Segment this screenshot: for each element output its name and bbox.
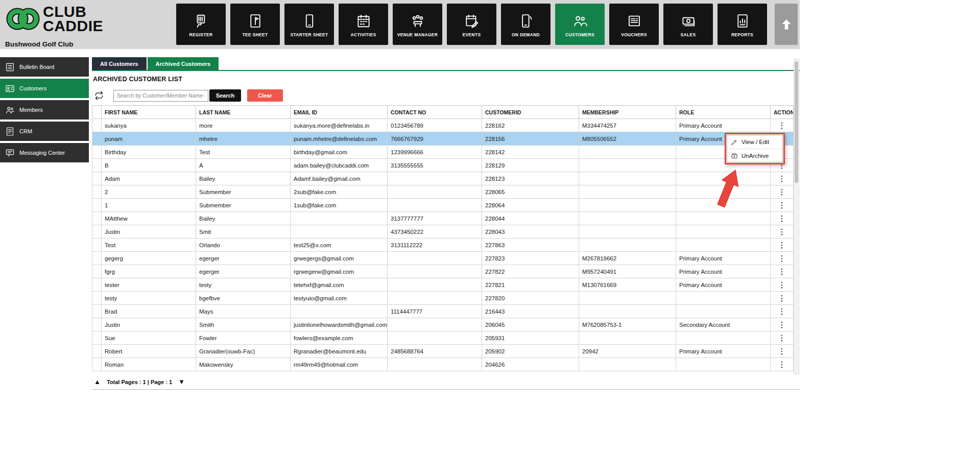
row-spacer-cell [92,292,102,305]
row-actions-kebab-icon[interactable]: ⋮ [771,292,794,305]
register-icon [194,12,209,30]
nav-label: ON DEMAND [512,32,540,37]
table-row[interactable]: BradMays1114447777216443⋮ [92,305,794,318]
column-header-action: ACTION [771,106,794,119]
cell-email: test25@x.com [291,239,388,252]
cell-email: justinlionelhowardsmith@gmail.com [291,318,388,331]
cell-last-name: Mays [196,305,291,318]
row-actions-kebab-icon[interactable]: ⋮ [771,252,794,265]
reports-icon [735,12,750,30]
search-input[interactable] [113,90,208,102]
table-scrollbar[interactable] [794,59,799,374]
nav-button-sales[interactable]: SALES [663,4,713,45]
cell-contact-no: 1239996666 [388,146,482,159]
table-row[interactable]: 2Submember2sub@fake.com228065⋮ [92,185,794,199]
nav-button-reports[interactable]: REPORTS [718,4,767,45]
table-row[interactable]: BirthdayTestbirthday@gmail.com1239996666… [92,146,794,159]
tab-archived-customers[interactable]: Archived Customers [148,57,219,70]
table-row[interactable]: BAadam.bailey@clubcaddi.com3135555555228… [92,159,794,172]
cell-membership [579,331,676,345]
cell-membership: M334474257 [579,119,676,132]
row-actions-kebab-icon[interactable]: ⋮ [771,239,794,252]
nav-button-on-demand[interactable]: ON DEMAND [501,4,551,45]
table-row[interactable]: 1Submember1sub@fake.com228064⋮ [92,199,794,212]
row-actions-kebab-icon[interactable]: ⋮ [771,119,794,132]
nav-button-venue-manager[interactable]: VENUE MANAGER [393,4,442,45]
cell-first-name: fgrg [102,265,196,278]
search-button[interactable]: Search [209,89,241,102]
row-actions-kebab-icon[interactable]: ⋮ [771,305,794,318]
refresh-icon [94,90,104,101]
table-row[interactable]: JustinSmit4373450222228043⋮ [92,225,794,239]
clear-button[interactable]: Clear [247,89,283,102]
table-row[interactable]: AdamBaileyAdamf.bailey@gmail.com228123⋮ [92,172,794,185]
page-down-button[interactable]: ▼ [178,378,185,386]
search-toolbar: Search Clear [93,89,283,102]
row-actions-kebab-icon[interactable]: ⋮ [771,331,794,345]
table-row[interactable]: fgrgegergerrgrwegerw@gmail.com227822M957… [92,265,794,278]
tab-all-customers[interactable]: All Customers [92,57,147,70]
table-row[interactable]: SueFowlerfowlers@example.com205931⋮ [92,331,794,345]
context-menu-item-view-edit[interactable]: View / Edit [727,135,782,149]
sidebar-item-messaging-center[interactable]: Messaging Center [0,143,89,162]
table-row[interactable]: testertestytetehxf@gmail.com227821M13076… [92,278,794,292]
table-row[interactable]: JustinSmithjustinlionelhowardsmith@gmail… [92,318,794,331]
row-actions-kebab-icon[interactable]: ⋮ [771,199,794,212]
cell-email: grwegergs@gmail.com [291,252,388,265]
sales-icon [681,12,696,30]
row-actions-kebab-icon[interactable]: ⋮ [771,318,794,331]
scrollbar-thumb[interactable] [795,61,798,183]
row-context-menu: View / EditUnArchive [727,135,783,162]
cell-first-name: MAtthew [102,212,196,225]
table-row[interactable]: TestOrlandotest25@x.com3131112222227863⋮ [92,239,794,252]
nav-button-activities[interactable]: ACTIVITIES [339,4,388,45]
cell-membership: 20942 [579,345,676,358]
column-header-last-name: LAST NAME [196,106,291,119]
nav-button-customers[interactable]: CUSTOMERS [555,4,605,45]
row-actions-kebab-icon[interactable]: ⋮ [771,185,794,199]
nav-button-vouchers[interactable]: VOUCHERS [609,4,659,45]
cell-first-name: 1 [102,199,196,212]
cell-role [676,239,771,252]
row-spacer-cell [92,278,102,292]
crm-icon [5,127,15,136]
page-up-button[interactable]: ▲ [94,378,101,386]
row-actions-kebab-icon[interactable]: ⋮ [771,345,794,358]
row-actions-kebab-icon[interactable]: ⋮ [771,265,794,278]
cell-last-name: Bailey [196,212,291,225]
row-actions-kebab-icon[interactable]: ⋮ [771,212,794,225]
context-menu-item-unarchive[interactable]: UnArchive [727,149,782,162]
cell-email: 2sub@fake.com [291,185,388,199]
club-name: Bushwood Golf Club [5,40,73,48]
sidebar-item-members[interactable]: Members [0,100,89,120]
nav-button-tee-sheet[interactable]: TEE SHEET [230,4,280,45]
cell-contact-no: 3135555555 [388,159,482,172]
refresh-button[interactable] [93,89,105,102]
customers-icon [572,12,588,30]
table-row[interactable]: punammhetrepunam.mhetre@definelabs.com76… [92,132,794,146]
nav-button-register[interactable]: REGISTER [176,4,226,45]
sidebar-item-customers[interactable]: Customers [0,79,89,98]
row-actions-kebab-icon[interactable]: ⋮ [771,358,794,371]
nav-button-events[interactable]: EVENTS [447,4,496,45]
row-actions-kebab-icon[interactable]: ⋮ [771,278,794,292]
cell-customer-id: 227822 [482,265,579,278]
club-caddie-logo-icon [5,3,41,35]
row-actions-kebab-icon[interactable]: ⋮ [771,172,794,185]
cell-email: fowlers@example.com [291,331,388,345]
row-spacer-cell [92,119,102,132]
cell-role: Primary Account [676,265,771,278]
table-row[interactable]: gegergegergergrwegergs@gmail.com227823M2… [92,252,794,265]
table-row[interactable]: testybgefbvetestyuio@gmail.com227820⋮ [92,292,794,305]
cell-role [676,292,771,305]
table-row[interactable]: MAtthewBailey3137777777228044⋮ [92,212,794,225]
table-row[interactable]: RomanMakowenskyrm49rm49@hotmail.com20462… [92,358,794,371]
row-actions-kebab-icon[interactable]: ⋮ [771,225,794,239]
unarchive-icon [731,152,738,159]
table-row[interactable]: sukanyamoresukanya.more@definelabs.in012… [92,119,794,132]
sidebar-item-bulletin-board[interactable]: Bulletin Board [0,57,89,77]
sidebar-item-crm[interactable]: CRM [0,122,89,141]
nav-button-starter-sheet[interactable]: STARTER SHEET [284,4,334,45]
collapse-header-button[interactable] [775,4,798,45]
table-row[interactable]: RobertGranadier(ouwb-Fac)Rgranadier@beau… [92,345,794,358]
